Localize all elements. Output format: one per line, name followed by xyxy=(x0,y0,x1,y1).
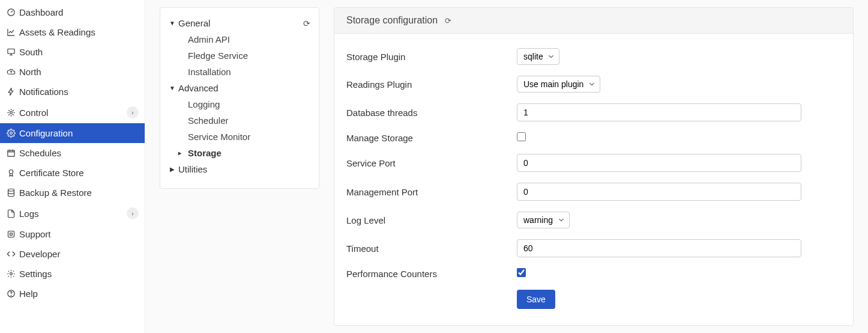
input-service-port[interactable] xyxy=(517,154,801,172)
config-tree-panel: ▼ General ⟳ Admin API Fledge Service Ins… xyxy=(160,7,319,189)
label-storage-plugin: Storage Plugin xyxy=(346,52,517,62)
input-database-threads[interactable] xyxy=(517,103,801,121)
svg-point-2 xyxy=(10,111,12,114)
tree-item-service-monitor[interactable]: Service Monitor xyxy=(169,129,310,145)
form-body: Storage Plugin sqlite Readings Plugin Us… xyxy=(334,34,853,321)
label-log-level: Log Level xyxy=(346,215,517,225)
config-form-panel: Storage configuration ⟳ Storage Plugin s… xyxy=(334,7,854,326)
sidebar-label: Configuration xyxy=(19,128,73,138)
chevron-right-icon: › xyxy=(127,207,139,219)
tree-item-installation[interactable]: Installation xyxy=(169,64,310,80)
refresh-icon[interactable]: ⟳ xyxy=(303,19,310,28)
chevron-right-icon: › xyxy=(127,106,139,118)
refresh-icon[interactable]: ⟳ xyxy=(445,16,451,25)
sidebar-item-south[interactable]: South xyxy=(0,42,145,62)
calendar-icon xyxy=(6,148,16,158)
tree-item-fledge-service[interactable]: Fledge Service xyxy=(169,47,310,64)
tree-section-advanced[interactable]: ▼ Advanced xyxy=(169,80,310,96)
sidebar-item-dashboard[interactable]: Dashboard xyxy=(0,2,145,22)
caret-down-icon: ▼ xyxy=(169,85,176,91)
sidebar: Dashboard Assets & Readings South North … xyxy=(0,0,145,333)
sidebar-label: South xyxy=(19,47,43,57)
svg-rect-7 xyxy=(8,231,14,237)
label-readings-plugin: Readings Plugin xyxy=(346,79,517,90)
select-readings-plugin[interactable]: Use main plugin xyxy=(517,76,600,93)
sidebar-label: Dashboard xyxy=(19,7,63,17)
svg-rect-1 xyxy=(7,49,14,54)
gear-icon xyxy=(6,269,16,279)
cloud-up-icon xyxy=(6,67,16,77)
main-content: ▼ General ⟳ Admin API Fledge Service Ins… xyxy=(145,0,868,333)
help-icon xyxy=(6,289,16,299)
sidebar-item-logs[interactable]: Logs › xyxy=(0,203,145,224)
label-service-port: Service Port xyxy=(346,158,517,168)
input-timeout[interactable] xyxy=(517,239,801,257)
tree-section-utilities[interactable]: ▶ Utilities xyxy=(169,161,310,177)
sidebar-item-developer[interactable]: Developer xyxy=(0,244,145,264)
desktop-icon xyxy=(6,47,16,57)
svg-point-5 xyxy=(9,170,13,174)
form-title: Storage configuration xyxy=(346,15,438,26)
sidebar-label: Support xyxy=(19,229,51,239)
sidebar-label: Developer xyxy=(19,249,60,259)
sidebar-item-settings[interactable]: Settings xyxy=(0,264,145,284)
sidebar-item-help[interactable]: Help xyxy=(0,284,145,304)
svg-point-3 xyxy=(10,132,12,135)
sidebar-item-control[interactable]: Control › xyxy=(0,102,145,123)
caret-right-icon: ▶ xyxy=(169,166,176,173)
certificate-icon xyxy=(6,168,16,178)
svg-point-11 xyxy=(11,295,11,296)
control-icon xyxy=(6,108,16,117)
tree-section-general[interactable]: ▼ General xyxy=(169,15,210,31)
sidebar-item-schedules[interactable]: Schedules xyxy=(0,143,145,163)
life-ring-icon xyxy=(6,230,16,239)
save-button[interactable]: Save xyxy=(517,290,555,309)
input-management-port[interactable] xyxy=(517,183,801,201)
chart-icon xyxy=(6,28,16,37)
document-icon xyxy=(6,209,16,218)
svg-point-9 xyxy=(10,273,12,275)
checkbox-manage-storage[interactable] xyxy=(517,132,526,141)
select-log-level[interactable]: warning xyxy=(517,212,570,228)
sidebar-item-support[interactable]: Support xyxy=(0,224,145,244)
sidebar-label: Notifications xyxy=(19,87,68,97)
sidebar-label: Logs xyxy=(19,209,39,219)
svg-point-6 xyxy=(8,189,14,191)
svg-rect-4 xyxy=(7,150,14,156)
sidebar-label: Assets & Readings xyxy=(19,27,95,37)
tree-item-admin-api[interactable]: Admin API xyxy=(169,31,310,47)
sidebar-label: Control xyxy=(19,108,48,118)
label-manage-storage: Manage Storage xyxy=(346,133,517,143)
checkbox-performance-counters[interactable] xyxy=(517,268,526,277)
sidebar-label: Help xyxy=(19,289,38,299)
label-database-threads: Database threads xyxy=(346,108,517,118)
svg-rect-8 xyxy=(10,233,12,236)
tree-label: Utilities xyxy=(178,164,207,174)
sidebar-label: Schedules xyxy=(19,148,61,158)
code-icon xyxy=(6,249,16,259)
tree-label: Advanced xyxy=(178,83,219,93)
tree-item-storage[interactable]: Storage xyxy=(169,145,310,161)
bolt-icon xyxy=(6,87,16,97)
sidebar-item-north[interactable]: North xyxy=(0,62,145,82)
tree-item-scheduler[interactable]: Scheduler xyxy=(169,112,310,129)
caret-down-icon: ▼ xyxy=(169,20,176,26)
label-performance-counters: Performance Counters xyxy=(346,269,517,279)
sidebar-label: North xyxy=(19,67,41,77)
database-icon xyxy=(6,188,16,198)
sidebar-item-backup[interactable]: Backup & Restore xyxy=(0,183,145,203)
dashboard-icon xyxy=(6,8,16,17)
sidebar-item-configuration[interactable]: Configuration xyxy=(0,123,145,143)
gear-icon xyxy=(6,129,16,138)
select-storage-plugin[interactable]: sqlite xyxy=(517,48,559,65)
tree-item-logging[interactable]: Logging xyxy=(169,96,310,112)
sidebar-item-certificate[interactable]: Certificate Store xyxy=(0,163,145,183)
sidebar-item-notifications[interactable]: Notifications xyxy=(0,82,145,102)
label-timeout: Timeout xyxy=(346,243,517,254)
sidebar-label: Backup & Restore xyxy=(19,188,92,198)
sidebar-label: Certificate Store xyxy=(19,168,84,178)
label-management-port: Management Port xyxy=(346,187,517,197)
sidebar-item-assets[interactable]: Assets & Readings xyxy=(0,22,145,42)
tree-label: General xyxy=(178,18,210,28)
sidebar-label: Settings xyxy=(19,269,52,279)
